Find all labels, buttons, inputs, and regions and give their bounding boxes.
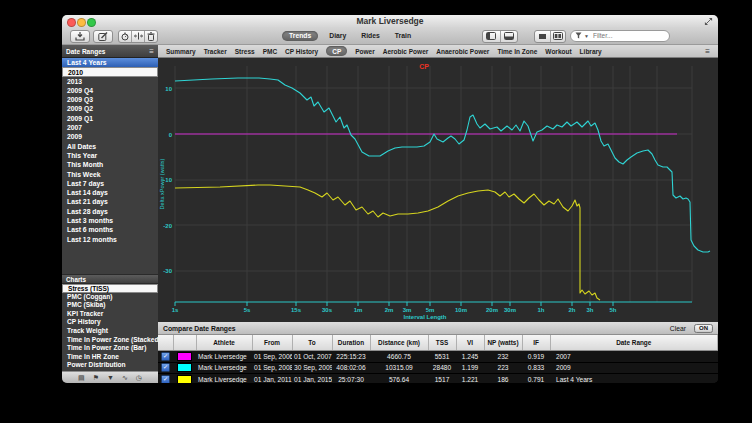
date-range-item-this-week[interactable]: This Week [62,170,158,179]
view-tab-rides[interactable]: Rides [357,31,384,40]
chart-tab-tracker[interactable]: Tracker [204,48,227,55]
filter-input[interactable] [591,31,665,40]
cell-from: 01 Sep, 2008 [252,362,292,374]
cell-if: 0.791 [522,374,550,384]
date-range-item-2009-q4[interactable]: 2009 Q4 [62,86,158,95]
filter-field[interactable]: ▼ [570,30,670,42]
chart-tab-cp-history[interactable]: CP History [285,48,318,55]
chart-tab-pmc[interactable]: PMC [263,48,277,55]
chart-item-pmc-coggan[interactable]: PMC (Coggan) [62,293,158,302]
filter-funnel-icon[interactable]: ▼ [107,373,114,383]
chart-tab-stress[interactable]: Stress [235,48,255,55]
date-range-item-last-6-months[interactable]: Last 6 months [62,225,158,234]
date-range-item-2009-q3[interactable]: 2009 Q3 [62,95,158,104]
date-range-item-2010[interactable]: 2010 [62,67,158,76]
bookmark-icon[interactable]: ⚑ [93,373,99,383]
single-view-button[interactable] [535,31,551,42]
cell-athlete: Mark Liversedge [196,351,252,363]
calendar-icon[interactable]: ▤ [78,373,85,383]
column-header-vi: VI [456,335,484,351]
date-range-item-this-year[interactable]: This Year [62,151,158,160]
column-header-col0 [158,335,173,351]
toggle-sidebar-button[interactable] [483,31,501,42]
tab-row: Date Ranges ≡ SummaryTrackerStressPMCCP … [62,45,718,58]
trash-icon [147,32,155,41]
app-window: Mark Liversedge [62,15,718,383]
chart-tab-time-in-zone[interactable]: Time In Zone [497,48,537,55]
chart-item-stress-tiss[interactable]: Stress (TISS) [62,284,158,293]
chart-item-time-in-power-zone-bar[interactable]: Time In Power Zone (Bar) [62,344,158,353]
date-range-item-last-14-days[interactable]: Last 14 days [62,188,158,197]
cell-if: 0.833 [522,362,550,374]
chart-item-pmc-skiba[interactable]: PMC (Skiba) [62,301,158,310]
chart-tabs-menu-icon[interactable]: ≡ [705,47,710,56]
chart-tab-cp[interactable]: CP [326,46,347,56]
date-range-item-this-month[interactable]: This Month [62,160,158,169]
chart-item-cp-history[interactable]: CP History [62,318,158,327]
row-color-cell [173,374,196,384]
clear-button[interactable]: Clear [670,325,686,332]
cell-to: 01 Jan, 2015 [292,374,332,384]
date-range-item-last-21-days[interactable]: Last 21 days [62,197,158,206]
view-tab-diary[interactable]: Diary [325,31,350,40]
trend-icon[interactable]: ∿ [122,373,128,383]
series-color-swatch [177,375,192,383]
sidebar-menu-icon[interactable]: ≡ [149,47,154,56]
clock-icon[interactable]: ◷ [136,373,142,383]
date-range-item-all-dates[interactable]: All Dates [62,142,158,151]
date-range-item-2009-q1[interactable]: 2009 Q1 [62,114,158,123]
chart-item-power-distribution[interactable]: Power Distribution [62,361,158,370]
date-range-item-last-3-months[interactable]: Last 3 months [62,216,158,225]
date-range-item-last-28-days[interactable]: Last 28 days [62,207,158,216]
cell-np: 223 [484,362,522,374]
fullscreen-icon[interactable] [704,17,713,26]
chart-item-track-weight[interactable]: Track Weight [62,327,158,336]
edit-button[interactable] [93,30,113,43]
chart-tab-power[interactable]: Power [355,48,375,55]
chart-tab-anaerobic-power[interactable]: Anaerobic Power [436,48,489,55]
view-tab-trends[interactable]: Trends [282,31,318,41]
date-range-item-2013[interactable]: 2013 [62,77,158,86]
column-header-np-watts: NP (watts) [484,335,522,351]
date-range-item-2009[interactable]: 2009 [62,132,158,141]
svg-text:-20: -20 [163,223,172,229]
panel-toggle-group [482,30,518,43]
single-view-icon [538,33,547,40]
download-tray-icon [75,32,85,41]
cell-tss: 5531 [428,351,456,363]
chart-item-time-in-power-zone-stacked[interactable]: Time In Power Zone (Stacked) [62,336,158,345]
column-header-to: To [292,335,332,351]
column-header-from: From [252,335,292,351]
row-checkbox[interactable]: ✓ [161,363,170,372]
interval-button[interactable] [119,31,132,42]
chart-tab-aerobic-power[interactable]: Aerobic Power [383,48,429,55]
split-button[interactable] [132,31,145,42]
svg-text:1h: 1h [537,307,544,313]
delete-button[interactable] [145,31,157,42]
date-range-item-last-7-days[interactable]: Last 7 days [62,179,158,188]
row-checkbox[interactable]: ✓ [161,375,170,383]
date-range-item-2007[interactable]: 2007 [62,123,158,132]
svg-text:Delta xPower (watts): Delta xPower (watts) [159,158,165,209]
download-button[interactable] [70,30,90,43]
cell-vi: 1.199 [456,362,484,374]
tiled-view-button[interactable] [551,31,566,42]
toggle-bottom-panel-button[interactable] [501,31,518,42]
date-range-item-2009-q2[interactable]: 2009 Q2 [62,104,158,113]
date-range-item-last-12-months[interactable]: Last 12 months [62,235,158,244]
view-tab-train[interactable]: Train [391,31,415,40]
on-toggle-button[interactable]: ON [694,324,713,333]
layout-toggle-group [534,30,566,43]
chart-tab-library[interactable]: Library [580,48,602,55]
column-header-distance-km: Distance (km) [370,335,428,351]
chart-tab-workout[interactable]: Workout [545,48,571,55]
date-range-item-last-4-years[interactable]: Last 4 Years [62,58,158,67]
chart-item-time-in-hr-zone[interactable]: Time In HR Zone [62,353,158,362]
chart-tab-summary[interactable]: Summary [166,48,196,55]
screen: Mark Liversedge [0,0,752,423]
svg-text:3m: 3m [403,307,412,313]
row-checkbox[interactable]: ✓ [161,352,170,361]
chart-item-kpi-tracker[interactable]: KPI Tracker [62,310,158,319]
row-color-cell [173,362,196,374]
toolbar: TrendsDiaryRidesTrain [62,27,718,45]
